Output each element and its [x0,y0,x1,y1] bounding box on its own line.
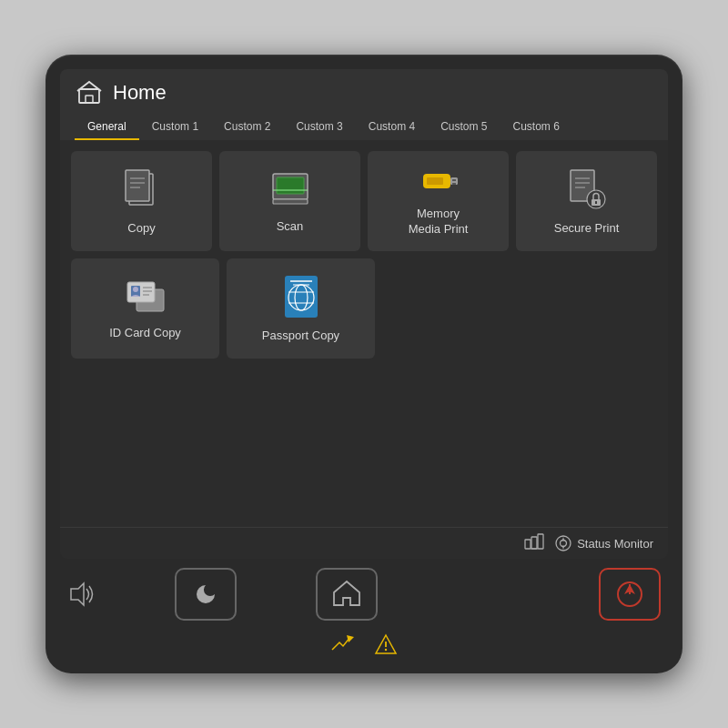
svg-point-42 [561,541,567,547]
app-label-id-card-copy: ID Card Copy [109,326,181,341]
svg-rect-37 [525,540,531,549]
app-label-copy: Copy [127,221,155,237]
app-tile-scan[interactable]: Scan [219,151,360,251]
network-icon [524,533,544,553]
power-button[interactable] [599,568,661,621]
svg-rect-39 [538,534,543,549]
app-label-scan: Scan [277,219,304,235]
app-grid: Copy Scan [60,140,668,527]
tab-custom5[interactable]: Custom 5 [428,115,500,140]
status-monitor-label: Status Monitor [577,537,653,551]
svg-rect-13 [452,179,456,181]
sleep-icon [191,580,220,609]
tab-general[interactable]: General [75,115,139,140]
device-frame: Home General Custom 1 Custom 2 Custom 3 … [46,55,682,673]
svg-rect-22 [595,201,597,204]
svg-rect-3 [126,170,149,201]
app-tile-empty-2 [523,258,657,359]
app-label-memory-media-print: Memory Media Print [409,207,469,238]
app-tile-secure-print[interactable]: Secure Print [516,151,657,251]
sleep-button[interactable] [175,568,237,621]
app-label-secure-print: Secure Print [554,221,620,237]
warning-indicator [374,633,398,659]
status-monitor-icon [555,535,571,551]
app-tile-memory-media-print[interactable]: Memory Media Print [368,151,509,251]
page-title: Home [113,81,167,105]
tab-custom3[interactable]: Custom 3 [283,115,355,140]
screen: Home General Custom 1 Custom 2 Custom 3 … [60,69,668,559]
login-indicator [330,633,356,659]
scan-icon [269,168,311,210]
home-hardware-button[interactable] [316,568,378,621]
svg-point-52 [385,649,387,651]
tabs-row: General Custom 1 Custom 2 Custom 3 Custo… [75,115,653,140]
volume-button[interactable] [67,581,95,607]
svg-point-26 [133,287,138,292]
svg-rect-14 [452,183,456,185]
svg-rect-1 [86,96,93,103]
power-icon [614,579,645,610]
indicator-row [330,633,398,659]
svg-rect-15 [427,177,443,185]
bottom-controls [60,568,668,621]
id-card-icon [124,277,167,317]
svg-rect-8 [277,177,304,194]
secure-print-icon [567,167,607,212]
home-screen-icon [75,78,104,107]
status-bar: Status Monitor [60,527,668,559]
tab-custom4[interactable]: Custom 4 [356,115,428,140]
app-tile-passport-copy[interactable]: Passport Copy [227,258,375,359]
passport-icon [281,274,321,319]
svg-marker-43 [562,537,565,541]
status-monitor-button[interactable]: Status Monitor [555,535,653,551]
app-grid-row-2: ID Card Copy Passport C [71,258,657,359]
svg-marker-49 [347,635,354,642]
tab-custom6[interactable]: Custom 6 [500,115,572,140]
svg-marker-44 [562,545,565,550]
tab-custom1[interactable]: Custom 1 [139,115,211,140]
svg-rect-38 [531,537,537,549]
copy-icon [122,167,162,212]
memory-media-icon [418,165,460,197]
svg-rect-9 [273,199,308,204]
app-tile-empty-1 [382,258,516,359]
screen-header: Home General Custom 1 Custom 2 Custom 3 … [60,69,668,140]
app-grid-row-1: Copy Scan [71,151,657,251]
app-label-passport-copy: Passport Copy [262,329,339,344]
home-hardware-icon [330,578,363,611]
svg-marker-45 [71,583,84,605]
tab-custom2[interactable]: Custom 2 [211,115,283,140]
svg-rect-30 [285,276,318,318]
app-tile-copy[interactable]: Copy [71,151,212,251]
app-tile-id-card-copy[interactable]: ID Card Copy [71,258,219,359]
